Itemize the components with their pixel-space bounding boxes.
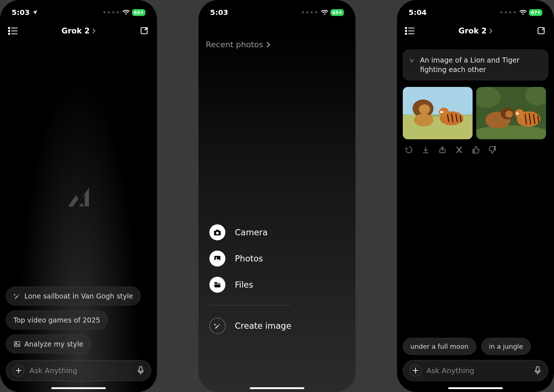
model-selector[interactable]: Grok 2: [61, 27, 96, 35]
mic-icon[interactable]: [534, 366, 541, 375]
suggestion-item[interactable]: Lone sailboat in Van Gogh style: [6, 287, 141, 305]
location-icon: [32, 9, 38, 15]
wand-icon: [209, 318, 225, 334]
x-logo-icon[interactable]: [455, 146, 463, 154]
chevron-right-icon: [266, 41, 270, 48]
home-indicator[interactable]: [250, 387, 304, 389]
followup-label: in a jungle: [489, 343, 523, 350]
image-toolbar: [397, 142, 554, 157]
svg-rect-46: [536, 367, 539, 372]
svg-point-24: [414, 114, 434, 127]
suggestion-label: Lone sailboat in Van Gogh style: [24, 292, 133, 300]
generated-image[interactable]: [403, 87, 473, 139]
menu-icon[interactable]: [404, 25, 415, 36]
battery-level: 65: [134, 10, 140, 15]
wifi-icon: [123, 10, 130, 15]
new-chat-icon[interactable]: [139, 25, 150, 36]
cell-signal-icon: ••••: [499, 9, 517, 16]
user-prompt-card: An image of a Lion and Tiger fighting ea…: [403, 49, 548, 80]
home-indicator[interactable]: [448, 387, 503, 389]
action-label: Create image: [235, 321, 291, 331]
svg-point-38: [505, 111, 513, 118]
chat-input-placeholder: Ask Anything: [29, 366, 132, 375]
battery-indicator: 67: [529, 9, 542, 16]
battery-indicator: 65: [330, 9, 344, 16]
user-prompt-text: An image of a Lion and Tiger fighting ea…: [420, 56, 541, 74]
menu-divider: [209, 305, 291, 305]
battery-indicator: 65: [132, 9, 145, 16]
svg-point-11: [216, 257, 217, 259]
action-label: Camera: [235, 228, 268, 237]
followup-suggestions: under a full moon in a jungle: [403, 338, 531, 355]
action-camera[interactable]: Camera: [209, 224, 291, 240]
generated-image-grid: [403, 87, 548, 139]
wifi-icon: [321, 10, 328, 15]
status-time: 5:03: [12, 8, 30, 17]
status-bar: 5:03 •••• 65: [198, 0, 356, 20]
cell-signal-icon: ••••: [301, 9, 319, 16]
screen-home: 5:03 •••• 65 Grok 2: [0, 0, 157, 392]
app-header: Grok 2: [0, 20, 157, 42]
followup-item[interactable]: under a full moon: [403, 338, 476, 355]
chat-input[interactable]: + Ask Anything: [403, 360, 548, 381]
svg-point-40: [515, 109, 524, 118]
recent-photos-label: Recent photos: [206, 40, 263, 49]
new-chat-icon[interactable]: [536, 25, 547, 36]
attach-action-menu: Camera Photos Files Create image: [209, 224, 291, 334]
mic-icon[interactable]: [137, 366, 144, 375]
app-title-label: Grok 2: [61, 27, 90, 35]
action-files[interactable]: Files: [209, 277, 291, 293]
chat-input-placeholder: Ask Anything: [426, 366, 529, 375]
suggestion-item[interactable]: Analyze my style: [6, 335, 91, 353]
chevron-right-icon: [489, 28, 493, 34]
action-photos[interactable]: Photos: [209, 251, 291, 267]
suggestion-item[interactable]: Top video games of 2025: [6, 311, 108, 329]
svg-point-32: [476, 125, 546, 139]
followup-label: under a full moon: [410, 343, 469, 350]
battery-level: 67: [531, 10, 537, 15]
svg-point-4: [8, 33, 10, 35]
svg-point-15: [405, 30, 407, 32]
wand-icon: [13, 292, 21, 300]
home-indicator[interactable]: [51, 387, 106, 389]
menu-icon[interactable]: [7, 25, 18, 36]
svg-rect-7: [15, 341, 20, 346]
status-time: 5:03: [210, 8, 228, 17]
suggestion-label: Top video games of 2025: [13, 316, 100, 324]
svg-point-2: [8, 30, 10, 32]
status-bar: 5:03 •••• 65: [0, 0, 157, 20]
suggestion-list: Lone sailboat in Van Gogh style Top vide…: [6, 287, 151, 353]
download-icon[interactable]: [422, 146, 430, 154]
model-selector[interactable]: Grok 2: [458, 27, 493, 35]
status-time: 5:04: [409, 8, 427, 17]
wand-icon: [410, 57, 415, 64]
status-bar: 5:04 •••• 67: [397, 0, 554, 20]
screen-result: 5:04 •••• 67 Grok 2 An image of a Lion a…: [397, 0, 554, 392]
attach-button[interactable]: +: [410, 365, 421, 376]
app-title-label: Grok 2: [458, 27, 487, 35]
refresh-icon[interactable]: [405, 146, 413, 154]
svg-point-13: [405, 27, 407, 29]
svg-point-0: [8, 27, 10, 29]
files-icon: [209, 277, 225, 293]
screen-attach-menu: 5:03 •••• 65 Recent photos Camera Photos: [198, 0, 356, 392]
app-header: Grok 2: [397, 20, 554, 42]
thumbs-down-icon[interactable]: [489, 146, 497, 154]
wifi-icon: [519, 10, 527, 15]
recent-photos-link[interactable]: Recent photos: [206, 40, 270, 49]
action-create-image[interactable]: Create image: [209, 318, 291, 334]
generated-image[interactable]: [476, 87, 546, 139]
svg-rect-9: [139, 367, 142, 372]
thumbs-up-icon[interactable]: [472, 146, 480, 154]
svg-rect-12: [214, 284, 221, 284]
attach-button[interactable]: +: [13, 365, 24, 376]
cell-signal-icon: ••••: [103, 9, 120, 16]
photos-icon: [209, 251, 225, 267]
share-icon[interactable]: [438, 146, 446, 154]
image-icon: [13, 340, 21, 348]
chat-input[interactable]: + Ask Anything: [6, 360, 151, 381]
svg-point-17: [405, 33, 407, 35]
followup-item[interactable]: in a jungle: [481, 338, 531, 355]
chevron-right-icon: [92, 28, 96, 34]
suggestion-label: Analyze my style: [24, 340, 83, 348]
